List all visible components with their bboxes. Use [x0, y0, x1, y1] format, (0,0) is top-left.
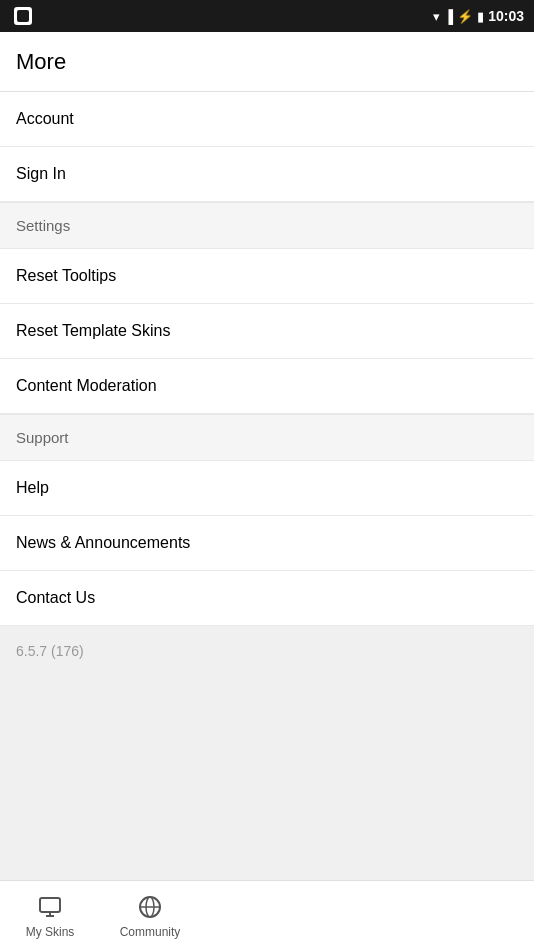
section-header-settings: Settings — [0, 202, 534, 249]
nav-item-my-skins[interactable]: My Skins — [0, 885, 100, 947]
menu-item-news-announcements[interactable]: News & Announcements — [0, 516, 534, 571]
app-icon — [14, 7, 32, 25]
menu-item-content-moderation[interactable]: Content Moderation — [0, 359, 534, 414]
signal-icon: ▐ — [444, 9, 453, 24]
status-bar-left — [14, 7, 32, 25]
menu-item-contact-us[interactable]: Contact Us — [0, 571, 534, 626]
status-bar: ▾ ▐ ⚡ ▮ 10:03 — [0, 0, 534, 32]
menu-item-account[interactable]: Account — [0, 92, 534, 147]
menu-list: Account Sign In Settings Reset Tooltips … — [0, 92, 534, 626]
battery-icon: ▮ — [477, 9, 484, 24]
menu-item-reset-tooltips[interactable]: Reset Tooltips — [0, 249, 534, 304]
nav-label-community: Community — [120, 925, 181, 939]
menu-item-reset-template-skins[interactable]: Reset Template Skins — [0, 304, 534, 359]
version-area: 6.5.7 (176) — [0, 626, 534, 916]
monitor-icon — [36, 893, 64, 921]
globe-icon — [136, 893, 164, 921]
page-title: More — [16, 49, 66, 75]
page-header: More — [0, 32, 534, 92]
menu-item-help[interactable]: Help — [0, 461, 534, 516]
version-text: 6.5.7 (176) — [16, 643, 84, 659]
wifi-icon: ▾ — [433, 9, 440, 24]
nav-item-community[interactable]: Community — [100, 885, 200, 947]
section-header-support: Support — [0, 414, 534, 461]
nav-label-my-skins: My Skins — [26, 925, 75, 939]
battery-charging-icon: ⚡ — [457, 9, 473, 24]
svg-rect-0 — [40, 898, 60, 912]
status-bar-right: ▾ ▐ ⚡ ▮ 10:03 — [433, 8, 524, 24]
menu-item-sign-in[interactable]: Sign In — [0, 147, 534, 202]
status-time: 10:03 — [488, 8, 524, 24]
bottom-nav: My Skins Community — [0, 880, 534, 950]
